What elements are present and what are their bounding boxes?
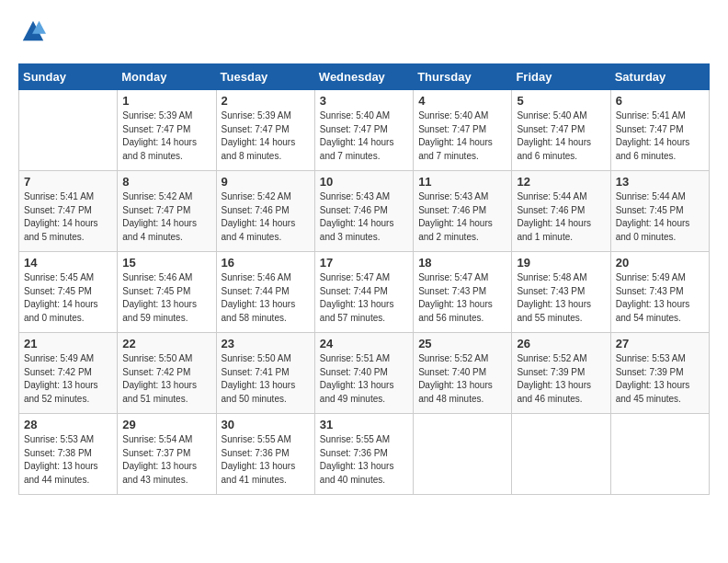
calendar-cell: 24Sunrise: 5:51 AMSunset: 7:40 PMDayligh… xyxy=(314,333,413,414)
day-info: Sunrise: 5:46 AMSunset: 7:45 PMDaylight:… xyxy=(122,271,210,325)
calendar-cell: 17Sunrise: 5:47 AMSunset: 7:44 PMDayligh… xyxy=(314,252,413,333)
calendar-cell: 2Sunrise: 5:39 AMSunset: 7:47 PMDaylight… xyxy=(216,90,314,171)
week-row-3: 14Sunrise: 5:45 AMSunset: 7:45 PMDayligh… xyxy=(19,252,710,333)
day-number: 19 xyxy=(517,256,605,270)
day-info: Sunrise: 5:51 AMSunset: 7:40 PMDaylight:… xyxy=(320,352,408,406)
day-info: Sunrise: 5:40 AMSunset: 7:47 PMDaylight:… xyxy=(320,109,408,163)
calendar-cell xyxy=(610,414,709,495)
calendar-cell: 19Sunrise: 5:48 AMSunset: 7:43 PMDayligh… xyxy=(512,252,610,333)
day-number: 15 xyxy=(122,256,210,270)
week-row-4: 21Sunrise: 5:49 AMSunset: 7:42 PMDayligh… xyxy=(19,333,710,414)
calendar-cell: 30Sunrise: 5:55 AMSunset: 7:36 PMDayligh… xyxy=(216,414,314,495)
day-number: 30 xyxy=(222,418,310,431)
calendar-cell: 9Sunrise: 5:42 AMSunset: 7:46 PMDaylight… xyxy=(216,171,314,252)
day-number: 13 xyxy=(616,175,704,189)
day-info: Sunrise: 5:39 AMSunset: 7:47 PMDaylight:… xyxy=(222,109,310,163)
week-row-2: 7Sunrise: 5:41 AMSunset: 7:47 PMDaylight… xyxy=(19,171,710,252)
calendar-cell: 15Sunrise: 5:46 AMSunset: 7:45 PMDayligh… xyxy=(118,252,216,333)
day-info: Sunrise: 5:45 AMSunset: 7:45 PMDaylight:… xyxy=(24,271,112,325)
day-info: Sunrise: 5:40 AMSunset: 7:47 PMDaylight:… xyxy=(517,109,605,163)
day-info: Sunrise: 5:47 AMSunset: 7:44 PMDaylight:… xyxy=(320,271,408,325)
day-info: Sunrise: 5:48 AMSunset: 7:43 PMDaylight:… xyxy=(517,271,605,325)
day-number: 5 xyxy=(517,94,605,108)
day-info: Sunrise: 5:42 AMSunset: 7:46 PMDaylight:… xyxy=(222,190,310,244)
day-info: Sunrise: 5:42 AMSunset: 7:47 PMDaylight:… xyxy=(122,190,210,244)
day-number: 14 xyxy=(24,256,112,270)
week-row-1: 1Sunrise: 5:39 AMSunset: 7:47 PMDaylight… xyxy=(19,90,710,171)
day-info: Sunrise: 5:49 AMSunset: 7:42 PMDaylight:… xyxy=(24,352,112,406)
day-number: 28 xyxy=(24,418,112,431)
day-number: 23 xyxy=(222,337,310,350)
calendar-cell: 8Sunrise: 5:42 AMSunset: 7:47 PMDaylight… xyxy=(118,171,216,252)
day-info: Sunrise: 5:53 AMSunset: 7:38 PMDaylight:… xyxy=(24,433,112,487)
calendar-cell: 31Sunrise: 5:55 AMSunset: 7:36 PMDayligh… xyxy=(314,414,413,495)
day-info: Sunrise: 5:43 AMSunset: 7:46 PMDaylight:… xyxy=(418,190,506,244)
calendar-header-row: SundayMondayTuesdayWednesdayThursdayFrid… xyxy=(19,64,710,90)
page-header xyxy=(18,18,710,49)
calendar-table: SundayMondayTuesdayWednesdayThursdayFrid… xyxy=(18,63,710,495)
day-of-week-sunday: Sunday xyxy=(19,64,118,90)
day-info: Sunrise: 5:47 AMSunset: 7:43 PMDaylight:… xyxy=(418,271,506,325)
day-info: Sunrise: 5:49 AMSunset: 7:43 PMDaylight:… xyxy=(616,271,704,325)
calendar-cell xyxy=(414,414,512,495)
day-number: 20 xyxy=(616,256,704,270)
day-number: 9 xyxy=(222,175,310,189)
day-info: Sunrise: 5:40 AMSunset: 7:47 PMDaylight:… xyxy=(418,109,506,163)
day-number: 18 xyxy=(418,256,506,270)
day-number: 22 xyxy=(122,337,210,350)
calendar-cell: 14Sunrise: 5:45 AMSunset: 7:45 PMDayligh… xyxy=(19,252,118,333)
day-info: Sunrise: 5:44 AMSunset: 7:45 PMDaylight:… xyxy=(616,190,704,244)
calendar-cell: 26Sunrise: 5:52 AMSunset: 7:39 PMDayligh… xyxy=(512,333,610,414)
day-info: Sunrise: 5:55 AMSunset: 7:36 PMDaylight:… xyxy=(222,433,310,487)
calendar-cell: 12Sunrise: 5:44 AMSunset: 7:46 PMDayligh… xyxy=(512,171,610,252)
day-number: 25 xyxy=(418,337,506,350)
day-info: Sunrise: 5:52 AMSunset: 7:39 PMDaylight:… xyxy=(517,352,605,406)
day-info: Sunrise: 5:53 AMSunset: 7:39 PMDaylight:… xyxy=(616,352,704,406)
day-of-week-saturday: Saturday xyxy=(610,64,709,90)
day-of-week-thursday: Thursday xyxy=(414,64,512,90)
calendar-cell: 4Sunrise: 5:40 AMSunset: 7:47 PMDaylight… xyxy=(414,90,512,171)
day-info: Sunrise: 5:41 AMSunset: 7:47 PMDaylight:… xyxy=(616,109,704,163)
day-number: 7 xyxy=(24,175,112,189)
calendar-cell: 16Sunrise: 5:46 AMSunset: 7:44 PMDayligh… xyxy=(216,252,314,333)
day-info: Sunrise: 5:46 AMSunset: 7:44 PMDaylight:… xyxy=(222,271,310,325)
day-number: 10 xyxy=(320,175,408,189)
day-info: Sunrise: 5:39 AMSunset: 7:47 PMDaylight:… xyxy=(122,109,210,163)
day-info: Sunrise: 5:50 AMSunset: 7:42 PMDaylight:… xyxy=(122,352,210,406)
calendar-cell: 25Sunrise: 5:52 AMSunset: 7:40 PMDayligh… xyxy=(414,333,512,414)
calendar-cell: 10Sunrise: 5:43 AMSunset: 7:46 PMDayligh… xyxy=(314,171,413,252)
calendar-cell xyxy=(512,414,610,495)
logo xyxy=(18,18,46,49)
day-number: 2 xyxy=(222,94,310,108)
calendar-cell: 22Sunrise: 5:50 AMSunset: 7:42 PMDayligh… xyxy=(118,333,216,414)
calendar-cell: 21Sunrise: 5:49 AMSunset: 7:42 PMDayligh… xyxy=(19,333,118,414)
calendar-cell: 27Sunrise: 5:53 AMSunset: 7:39 PMDayligh… xyxy=(610,333,709,414)
calendar-cell: 18Sunrise: 5:47 AMSunset: 7:43 PMDayligh… xyxy=(414,252,512,333)
day-number: 11 xyxy=(418,175,506,189)
calendar-cell: 11Sunrise: 5:43 AMSunset: 7:46 PMDayligh… xyxy=(414,171,512,252)
day-info: Sunrise: 5:54 AMSunset: 7:37 PMDaylight:… xyxy=(122,433,210,487)
day-number: 27 xyxy=(616,337,704,350)
day-number: 1 xyxy=(122,94,210,108)
day-number: 6 xyxy=(616,94,704,108)
day-number: 26 xyxy=(517,337,605,350)
logo-icon xyxy=(20,18,46,44)
day-number: 21 xyxy=(24,337,112,350)
day-number: 12 xyxy=(517,175,605,189)
calendar-cell xyxy=(19,90,118,171)
calendar-cell: 6Sunrise: 5:41 AMSunset: 7:47 PMDaylight… xyxy=(610,90,709,171)
day-of-week-friday: Friday xyxy=(512,64,610,90)
day-number: 8 xyxy=(122,175,210,189)
calendar-cell: 5Sunrise: 5:40 AMSunset: 7:47 PMDaylight… xyxy=(512,90,610,171)
week-row-5: 28Sunrise: 5:53 AMSunset: 7:38 PMDayligh… xyxy=(19,414,710,495)
calendar-cell: 7Sunrise: 5:41 AMSunset: 7:47 PMDaylight… xyxy=(19,171,118,252)
calendar-cell: 3Sunrise: 5:40 AMSunset: 7:47 PMDaylight… xyxy=(314,90,413,171)
day-info: Sunrise: 5:50 AMSunset: 7:41 PMDaylight:… xyxy=(222,352,310,406)
day-info: Sunrise: 5:41 AMSunset: 7:47 PMDaylight:… xyxy=(24,190,112,244)
day-info: Sunrise: 5:43 AMSunset: 7:46 PMDaylight:… xyxy=(320,190,408,244)
day-number: 3 xyxy=(320,94,408,108)
day-info: Sunrise: 5:55 AMSunset: 7:36 PMDaylight:… xyxy=(320,433,408,487)
calendar-cell: 1Sunrise: 5:39 AMSunset: 7:47 PMDaylight… xyxy=(118,90,216,171)
day-number: 24 xyxy=(320,337,408,350)
day-info: Sunrise: 5:52 AMSunset: 7:40 PMDaylight:… xyxy=(418,352,506,406)
